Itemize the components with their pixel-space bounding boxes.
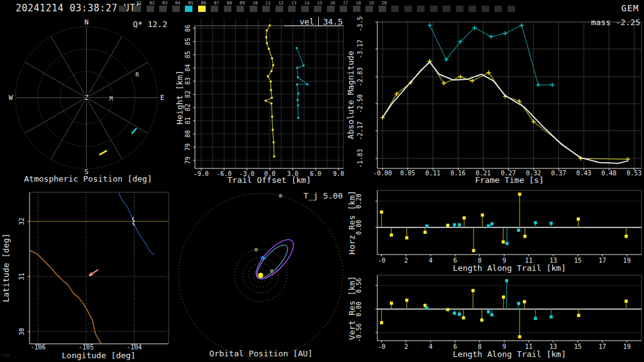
frame-box-blank[interactable] xyxy=(508,6,515,12)
frame-box-16[interactable]: 16 xyxy=(327,6,335,12)
frame-box-14[interactable]: 14 xyxy=(301,6,309,12)
svg-text:Longitude [deg]: Longitude [deg] xyxy=(62,351,135,360)
frame-box-blank[interactable] xyxy=(417,6,425,12)
svg-text:-2.50: -2.50 xyxy=(357,94,364,113)
light-curve-panel: -0.000.050.110.160.210.270.320.370.430.4… xyxy=(346,16,644,185)
svg-text:0.37: 0.37 xyxy=(551,170,566,177)
horz-res-chart: -02468911131517190.200.00Length Along Tr… xyxy=(346,185,644,273)
frame-number-label: 13 xyxy=(291,1,296,6)
frame-number-label: 08 xyxy=(227,1,232,6)
frame-number-label: 01 xyxy=(136,1,142,6)
svg-text:Absolute Magnitude: Absolute Magnitude xyxy=(346,50,355,139)
frame-box-blank[interactable] xyxy=(494,6,502,12)
qstar-readout: Q* 12.2 xyxy=(133,19,167,29)
frame-selector[interactable]: 0102030405060708091011121314151617181920 xyxy=(0,0,644,16)
svg-text:85: 85 xyxy=(184,38,191,45)
frame-number-label: 09 xyxy=(240,1,245,6)
svg-text:0.48: 0.48 xyxy=(601,170,616,177)
ground-track-chart: -106-105-104323130Longitude [deg]Latitud… xyxy=(0,185,176,362)
frame-box-06[interactable]: 06 xyxy=(198,6,206,12)
frame-number-label: 17 xyxy=(343,1,348,6)
frame-box-11[interactable]: 11 xyxy=(262,6,270,12)
svg-text:-2.83: -2.83 xyxy=(357,67,364,86)
svg-text:30: 30 xyxy=(18,328,25,336)
frame-box-blank[interactable] xyxy=(391,6,399,12)
frame-box-18[interactable]: 18 xyxy=(353,6,360,12)
svg-text:19: 19 xyxy=(623,257,631,264)
svg-text:Z: Z xyxy=(84,94,89,102)
svg-text:19: 19 xyxy=(623,343,631,350)
svg-text:Horz Res [km]: Horz Res [km] xyxy=(347,190,357,255)
svg-text:82: 82 xyxy=(184,104,191,111)
velocity-readout: vel34.5 xyxy=(299,17,343,26)
trail-offset-chart: -9.0-6.0-3.00.03.06.09.08685858483828281… xyxy=(176,16,346,185)
frame-box-19[interactable]: 19 xyxy=(365,6,373,12)
mass-value: -2.25 xyxy=(616,18,640,27)
svg-text:-0: -0 xyxy=(378,343,386,350)
frame-box-15[interactable]: 15 xyxy=(314,6,321,12)
frame-box-04[interactable]: 04 xyxy=(172,6,180,12)
svg-text:Frame Time [s]: Frame Time [s] xyxy=(475,175,544,185)
frame-box-10[interactable]: 10 xyxy=(250,6,257,12)
svg-text:82: 82 xyxy=(184,90,191,98)
frame-box-blank[interactable] xyxy=(469,6,476,12)
frame-box-13[interactable]: 13 xyxy=(288,6,296,12)
svg-text:-104: -104 xyxy=(126,344,142,351)
frame-box-blank[interactable] xyxy=(430,6,438,12)
svg-text:R: R xyxy=(136,72,140,78)
shower-code-label: GEM xyxy=(621,3,639,13)
atmospheric-position-caption: Atmospheric Position [deg] xyxy=(0,174,176,184)
svg-text:83: 83 xyxy=(184,77,191,85)
frame-box-blank[interactable] xyxy=(404,6,412,12)
horz-res-panel: -02468911131517190.200.00Length Along Tr… xyxy=(346,185,644,273)
svg-text:Trail Offset [km]: Trail Offset [km] xyxy=(227,175,311,185)
frame-box-03[interactable]: 03 xyxy=(159,6,167,12)
frame-box-02[interactable]: 02 xyxy=(147,6,154,12)
light-curve-chart: -0.000.050.110.160.210.270.320.370.430.4… xyxy=(346,16,644,185)
qstar-label: Q* xyxy=(133,19,143,29)
status-bar: 20241214 03:38:27 UTC 010203040506070809… xyxy=(0,0,644,16)
svg-text:9.0: 9.0 xyxy=(333,170,344,177)
frame-box-08[interactable]: 08 xyxy=(224,6,231,12)
meteor-analysis-screen: 20241214 03:38:27 UTC 010203040506070809… xyxy=(0,0,644,362)
svg-text:4: 4 xyxy=(429,343,433,350)
frame-box-05[interactable]: 05 xyxy=(185,6,192,12)
orbital-position-panel: T_j 5.00 Orbital Position [AU] xyxy=(176,185,346,362)
frame-box-20[interactable]: 20 xyxy=(379,6,386,12)
ground-track-panel: -106-105-104323130Longitude [deg]Latitud… xyxy=(0,185,176,362)
svg-text:2: 2 xyxy=(404,257,408,264)
frame-number-label: 07 xyxy=(214,1,219,6)
svg-text:32: 32 xyxy=(18,217,25,225)
frame-box-12[interactable]: 12 xyxy=(275,6,283,12)
svg-text:-105: -105 xyxy=(79,344,94,351)
svg-text:E: E xyxy=(160,94,165,102)
frame-number-label: 06 xyxy=(201,1,206,6)
frame-number-label: 04 xyxy=(175,1,180,6)
frame-number-label: 12 xyxy=(279,1,284,6)
frame-box-07[interactable]: 07 xyxy=(211,6,218,12)
svg-text:-2.17: -2.17 xyxy=(357,121,364,140)
frame-box-17[interactable]: 17 xyxy=(340,6,347,12)
orbital-position-chart xyxy=(176,185,346,362)
svg-text:-3.50: -3.50 xyxy=(357,16,364,31)
frame-box-blank[interactable] xyxy=(456,6,464,12)
frame-box-blank[interactable] xyxy=(443,6,450,12)
svg-text:M: M xyxy=(109,96,113,102)
svg-text:N: N xyxy=(84,18,89,26)
svg-text:15: 15 xyxy=(574,343,582,350)
svg-text:85: 85 xyxy=(184,51,191,58)
frame-number-label: 18 xyxy=(356,1,361,6)
svg-text:Vert Res [km]: Vert Res [km] xyxy=(347,276,357,340)
frame-box-blank[interactable] xyxy=(119,6,126,12)
tisserand-label: T_j xyxy=(303,191,318,200)
vert-res-panel: -02468911131517190.560.00-0.56Length Alo… xyxy=(346,270,644,362)
frame-box-09[interactable]: 09 xyxy=(236,6,244,12)
frame-number-label: 19 xyxy=(369,1,374,6)
frame-box-01[interactable]: 01 xyxy=(133,6,141,12)
frame-number-label: 11 xyxy=(265,1,270,6)
svg-text:15: 15 xyxy=(574,257,582,264)
svg-text:Height [km]: Height [km] xyxy=(176,70,184,124)
svg-text:-1.83: -1.83 xyxy=(357,149,364,168)
svg-text:81: 81 xyxy=(184,117,191,124)
frame-box-blank[interactable] xyxy=(482,6,489,12)
